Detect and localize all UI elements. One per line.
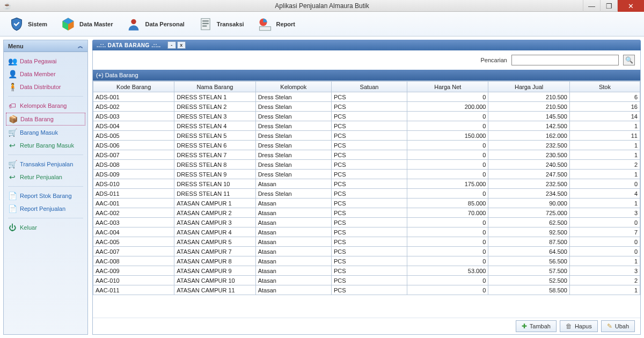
table-row[interactable]: ADS-010DRESS STELAN 10AtasanPCS175.00023… xyxy=(93,179,640,189)
table-cell: ADS-001 xyxy=(93,92,174,102)
table-cell: PCS xyxy=(331,247,407,256)
shield-icon xyxy=(9,16,25,32)
table-cell: 7 xyxy=(569,227,640,237)
sidebar-item-label: Data Pegawai xyxy=(20,58,57,64)
sidebar-item-data-barang[interactable]: 📦Data Barang xyxy=(6,113,85,126)
table-cell: PCS xyxy=(331,256,407,266)
sidebar-item-data-pegawai[interactable]: 👥Data Pegawai xyxy=(6,55,85,67)
table-row[interactable]: ADS-007DRESS STELAN 7Dress StelanPCS0230… xyxy=(93,150,640,160)
table-row[interactable]: AAC-010ATASAN CAMPUR 10AtasanPCS052.5002 xyxy=(93,276,640,285)
table-cell: 0 xyxy=(569,247,640,256)
column-header[interactable]: Satuan xyxy=(331,82,407,92)
table-row[interactable]: AAC-011ATASAN CAMPUR 11AtasanPCS058.5001 xyxy=(93,285,640,295)
table-cell: Atasan xyxy=(255,247,331,256)
app-icon: ☕ xyxy=(3,2,11,10)
column-header[interactable]: Kode Barang xyxy=(93,82,174,92)
table-cell: 0 xyxy=(407,237,488,247)
sidebar-item-report-stok-barang[interactable]: 📄Report Stok Barang xyxy=(6,190,85,202)
column-header[interactable]: Kelompok xyxy=(255,82,331,92)
sidebar-item-retur-barang-masuk[interactable]: ↩Retur Barang Masuk xyxy=(6,139,85,151)
data-table: Kode BarangNama BarangKelompokSatuanHarg… xyxy=(93,81,640,295)
sidebar-item-barang-masuk[interactable]: 🛒Barang Masuk xyxy=(6,127,85,138)
table-cell: PCS xyxy=(331,266,407,276)
table-row[interactable]: ADS-011DRESS STELAN 11Dress StelanPCS023… xyxy=(93,189,640,199)
table-cell: ATASAN CAMPUR 9 xyxy=(174,266,255,276)
table-row[interactable]: AAC-009ATASAN CAMPUR 9AtasanPCS53.00057.… xyxy=(93,266,640,276)
table-cell: AAC-001 xyxy=(93,199,174,208)
window-title: Aplikasi Penjualan Almaura Butik xyxy=(275,2,369,10)
table-cell: 200.000 xyxy=(407,102,488,112)
table-cell: 2 xyxy=(569,276,640,285)
sidebar-item-data-distributor[interactable]: 🧍Data Distributor xyxy=(6,81,85,93)
sidebar-item-kelompok-barang[interactable]: 🏷Kelompok Barang xyxy=(6,100,85,112)
sidebar-item-report-penjualan[interactable]: 📄Report Penjualan xyxy=(6,203,85,215)
table-cell: AAC-003 xyxy=(93,218,174,227)
table-row[interactable]: ADS-009DRESS STELAN 9Dress StelanPCS0247… xyxy=(93,170,640,179)
column-header[interactable]: Nama Barang xyxy=(174,82,255,92)
table-row[interactable]: ADS-002DRESS STELAN 2Dress StelanPCS200.… xyxy=(93,102,640,112)
sidebar-item-transaksi-penjualan[interactable]: 🛒Transaksi Penjualan xyxy=(6,158,85,170)
table-cell: 57.500 xyxy=(488,266,569,276)
cart-icon: 🛒 xyxy=(8,160,17,168)
table-row[interactable]: ADS-006DRESS STELAN 6Dress StelanPCS0232… xyxy=(93,141,640,150)
table-row[interactable]: AAC-001ATASAN CAMPUR 1AtasanPCS85.00090.… xyxy=(93,199,640,208)
table-row[interactable]: AAC-004ATASAN CAMPUR 4AtasanPCS092.5007 xyxy=(93,227,640,237)
table-cell: 1 xyxy=(569,285,640,295)
report-icon: 📄 xyxy=(8,192,17,200)
table-row[interactable]: AAC-003ATASAN CAMPUR 3AtasanPCS062.5000 xyxy=(93,218,640,227)
sidebar-menu: Menu ︽ 👥Data Pegawai👤Data Member🧍Data Di… xyxy=(3,40,88,335)
table-cell: AAC-011 xyxy=(93,285,174,295)
return-icon: ↩ xyxy=(8,141,17,150)
table-row[interactable]: ADS-004DRESS STELAN 4Dress StelanPCS0142… xyxy=(93,121,640,131)
table-row[interactable]: ADS-008DRESS STELAN 8Dress StelanPCS0240… xyxy=(93,160,640,170)
table-cell: Atasan xyxy=(255,218,331,227)
search-input[interactable] xyxy=(511,55,619,65)
column-header[interactable]: Stok xyxy=(569,82,640,92)
table-cell: 0 xyxy=(569,218,640,227)
search-button[interactable]: 🔍 xyxy=(623,55,635,65)
table-row[interactable]: ADS-001DRESS STELAN 1Dress StelanPCS0210… xyxy=(93,92,640,102)
inner-close-button[interactable]: x xyxy=(177,41,186,49)
table-cell: 210.500 xyxy=(488,102,569,112)
table-cell: DRESS STELAN 8 xyxy=(174,160,255,170)
window-minimize-button[interactable]: — xyxy=(583,0,600,12)
table-cell: 210.500 xyxy=(488,92,569,102)
table-row[interactable]: AAC-007ATASAN CAMPUR 7AtasanPCS064.5000 xyxy=(93,247,640,256)
sidebar-item-retur-penjualan[interactable]: ↩Retur Penjualan xyxy=(6,171,85,183)
window-maximize-button[interactable]: ❐ xyxy=(600,0,617,12)
window-close-button[interactable]: ✕ xyxy=(617,0,644,12)
table-cell: ATASAN CAMPUR 4 xyxy=(174,227,255,237)
table-scroll[interactable]: Kode BarangNama BarangKelompokSatuanHarg… xyxy=(93,80,640,318)
sidebar-item-data-member[interactable]: 👤Data Member xyxy=(6,68,85,80)
table-row[interactable]: AAC-005ATASAN CAMPUR 5AtasanPCS087.5000 xyxy=(93,237,640,247)
toolbar-sistem[interactable]: Sistem xyxy=(3,14,53,34)
sidebar-separator xyxy=(8,96,83,97)
table-row[interactable]: ADS-003DRESS STELAN 3Dress StelanPCS0145… xyxy=(93,112,640,121)
table-row[interactable]: AAC-002ATASAN CAMPUR 2AtasanPCS70.000725… xyxy=(93,208,640,218)
sidebar-header[interactable]: Menu ︽ xyxy=(4,40,87,52)
table-row[interactable]: ADS-005DRESS STELAN 5Dress StelanPCS150.… xyxy=(93,131,640,141)
edit-button[interactable]: ✎ Ubah xyxy=(601,320,635,332)
table-cell: 150.000 xyxy=(407,131,488,141)
table-cell: 52.500 xyxy=(488,276,569,285)
section-subheader: (+) Data Barang xyxy=(93,70,640,80)
toolbar-transaksi[interactable]: Transaksi xyxy=(192,14,250,34)
table-cell: AAC-008 xyxy=(93,256,174,266)
toolbar-data-master[interactable]: Data Master xyxy=(55,14,118,34)
table-cell: 0 xyxy=(407,247,488,256)
toolbar-report[interactable]: Report xyxy=(252,14,301,34)
table-cell: Atasan xyxy=(255,256,331,266)
table-cell: 162.000 xyxy=(488,131,569,141)
sidebar-item-keluar[interactable]: ⏻Keluar xyxy=(6,222,85,233)
column-header[interactable]: Harga Jual xyxy=(488,82,569,92)
user-icon: 👤 xyxy=(8,70,17,78)
add-button[interactable]: ✚ Tambah xyxy=(516,320,557,332)
table-row[interactable]: AAC-008ATASAN CAMPUR 8AtasanPCS056.5001 xyxy=(93,256,640,266)
sidebar-separator xyxy=(8,218,83,218)
column-header[interactable]: Harga Net xyxy=(407,82,488,92)
toolbar-data-personal[interactable]: Data Personal xyxy=(120,14,189,34)
delete-button[interactable]: 🗑 Hapus xyxy=(560,320,598,332)
table-cell: ATASAN CAMPUR 7 xyxy=(174,247,255,256)
inner-minimize-button[interactable]: - xyxy=(167,41,176,49)
table-cell: Atasan xyxy=(255,199,331,208)
